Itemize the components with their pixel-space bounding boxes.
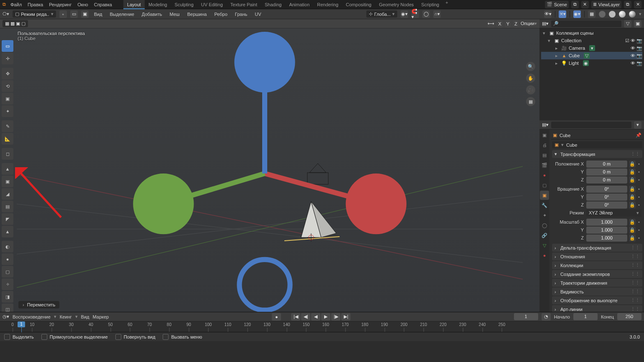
start-frame[interactable]: 1 bbox=[573, 313, 598, 320]
lock-icon[interactable]: 🔒 bbox=[629, 168, 636, 176]
properties-options-button[interactable]: ▾ bbox=[634, 121, 641, 129]
tab-sculpting[interactable]: Sculpting bbox=[171, 0, 197, 9]
play-button[interactable]: ▶ bbox=[321, 313, 330, 321]
menu-render[interactable]: Рендеринг bbox=[46, 0, 74, 9]
scale-y-value[interactable]: 1.000 bbox=[586, 227, 627, 234]
mirror-x[interactable]: X bbox=[496, 20, 503, 28]
tab-object[interactable]: ▣ bbox=[540, 191, 549, 200]
panel-menu-icon[interactable]: ⋮⋮ bbox=[631, 298, 640, 303]
lock-icon[interactable]: 🔒 bbox=[629, 161, 636, 168]
menu-marker[interactable]: Маркер bbox=[92, 314, 109, 319]
lock-icon[interactable]: 🔒 bbox=[629, 201, 636, 209]
current-frame[interactable]: 1 bbox=[514, 313, 538, 320]
eye-icon[interactable]: 👁 bbox=[631, 38, 635, 43]
tab-world[interactable]: ● bbox=[540, 171, 549, 180]
keyframe-dot[interactable]: • bbox=[638, 227, 641, 232]
zoom-button[interactable]: 🔍 bbox=[526, 62, 535, 71]
panel-viewport-display[interactable]: ›Отображение во вьюпорте⋮⋮ bbox=[552, 296, 642, 304]
select-edge-button[interactable]: ▭ bbox=[70, 10, 78, 18]
tab-output[interactable]: 🖨 bbox=[540, 140, 549, 150]
transform-header[interactable]: ▾ Трансформация ⋮⋮ bbox=[552, 150, 642, 158]
timeline-ruler[interactable]: 1 01020304050607080901001101201301401501… bbox=[0, 321, 644, 332]
scene-collection-row[interactable]: ▾ ▣ Коллекция сцены bbox=[541, 29, 642, 37]
viewlayer-new-button[interactable]: ⧉ bbox=[624, 1, 631, 8]
keyframe-dot[interactable]: • bbox=[638, 161, 641, 166]
lock-icon[interactable]: 🔒 bbox=[629, 194, 636, 201]
end-frame[interactable]: 250 bbox=[617, 313, 641, 320]
menu-vertex[interactable]: Вершина bbox=[185, 12, 209, 17]
rot-z-value[interactable]: 0° bbox=[586, 201, 627, 209]
rot-y-value[interactable]: 0° bbox=[586, 194, 627, 201]
viewport-3d[interactable]: ▭ ✛ ✥ ⟲ ▣ ✦ ✎ 📐 ◻ ▲ ▣ ◢ ▤ ◤ ▲ ◐ ● ▢ ✧ ◨ bbox=[0, 28, 539, 312]
panel-delta-transform[interactable]: ›Дельта-трансформация⋮⋮ bbox=[552, 244, 642, 252]
options-dropdown[interactable]: Опции▾ bbox=[521, 21, 537, 26]
pan-button[interactable]: ✋ bbox=[526, 74, 535, 83]
loc-x-value[interactable]: 0 m bbox=[586, 161, 627, 168]
gizmo-toggle[interactable]: ⤧▾ bbox=[559, 10, 566, 18]
snap-button[interactable]: 🧲▾ bbox=[411, 10, 419, 18]
panel-menu-icon[interactable]: ⋮⋮ bbox=[631, 245, 640, 250]
outliner-filter-button[interactable]: ▽ bbox=[624, 20, 631, 28]
eye-icon[interactable]: 👁 bbox=[631, 46, 635, 51]
mirror-button[interactable]: ⟷ bbox=[487, 20, 495, 28]
scale-z-value[interactable]: 1.000 bbox=[586, 235, 627, 242]
tab-constraints[interactable]: 🔗 bbox=[540, 231, 549, 240]
menu-uv[interactable]: UV bbox=[253, 12, 263, 17]
add-workspace-button[interactable]: + bbox=[443, 0, 450, 9]
falloff-button[interactable]: ∩▾ bbox=[433, 10, 441, 18]
menu-keying[interactable]: Кеинг bbox=[60, 314, 72, 319]
object-name-field[interactable]: ▣ ▾ Cube bbox=[552, 141, 642, 148]
menu-add[interactable]: Добавить bbox=[140, 12, 164, 17]
panel-lineart[interactable]: ›Арт-линии⋮⋮ bbox=[552, 305, 642, 312]
tab-layout[interactable]: Layout bbox=[123, 0, 145, 9]
scale-x-value[interactable]: 1.000 bbox=[586, 219, 627, 226]
panel-menu-icon[interactable]: ⋮⋮ bbox=[631, 254, 640, 259]
lock-icon[interactable]: 🔒 bbox=[629, 176, 636, 184]
menu-select[interactable]: Выделение bbox=[108, 12, 136, 17]
scene-selector[interactable]: 🎬 Scene bbox=[545, 1, 569, 8]
autokey-button[interactable]: ● bbox=[272, 313, 281, 321]
tab-modifiers[interactable]: 🔧 bbox=[540, 201, 549, 210]
visibility-button[interactable]: 👁▾ bbox=[544, 10, 552, 18]
lock-icon[interactable]: 🔒 bbox=[629, 219, 636, 226]
menu-mesh[interactable]: Меш bbox=[167, 12, 181, 17]
panel-menu-icon[interactable]: ⋮⋮ bbox=[631, 280, 640, 286]
play-reverse-button[interactable]: ◀ bbox=[311, 313, 320, 321]
camera-view-button[interactable]: 🎥 bbox=[526, 85, 535, 94]
scene-browse-button[interactable]: ⧉ bbox=[571, 1, 579, 8]
keyframe-dot[interactable]: • bbox=[638, 202, 641, 207]
viewlayer-remove-button[interactable]: ✕ bbox=[634, 1, 641, 8]
outliner[interactable]: ▾ ▣ Коллекция сцены ▾ ▣ Collection ☑ 👁 📷… bbox=[539, 28, 644, 120]
select-vertex-button[interactable]: ▫ bbox=[59, 10, 67, 18]
panel-menu-icon[interactable]: ⋮⋮ bbox=[631, 271, 640, 277]
select-mode-buttons[interactable]: ▦ ▩ ▣ ▢ bbox=[3, 20, 28, 27]
outliner-search[interactable]: 🔎 bbox=[551, 20, 621, 27]
outliner-new-collection-button[interactable]: ▣ bbox=[634, 20, 641, 28]
menu-face[interactable]: Грань bbox=[233, 12, 249, 17]
properties-search[interactable] bbox=[551, 122, 631, 128]
tab-animation[interactable]: Animation bbox=[285, 0, 313, 9]
menu-playback[interactable]: Воспроизведение bbox=[13, 314, 51, 319]
render-icon[interactable]: 📷 bbox=[636, 46, 642, 51]
tab-modeling[interactable]: Modeling bbox=[145, 0, 171, 9]
scene-new-button[interactable]: ✕ bbox=[581, 1, 589, 8]
mode-selector[interactable]: ▢ Режим реда..▾ bbox=[13, 10, 56, 18]
tab-mesh[interactable]: ▽ bbox=[540, 241, 549, 250]
select-face-button[interactable]: ▣ bbox=[81, 10, 89, 18]
jump-end-button[interactable]: ▶| bbox=[341, 313, 350, 321]
shading-dropdown-icon[interactable]: ▾ bbox=[639, 11, 641, 17]
tab-collection-props[interactable]: ▢ bbox=[540, 181, 549, 190]
keyframe-dot[interactable]: • bbox=[638, 169, 641, 174]
menu-edit[interactable]: Правка bbox=[25, 0, 46, 9]
jump-start-button[interactable]: |◀ bbox=[291, 313, 300, 321]
lock-icon[interactable]: 🔒 bbox=[629, 186, 636, 193]
loc-y-value[interactable]: 0 m bbox=[586, 168, 627, 176]
playhead[interactable]: 1 bbox=[18, 321, 25, 327]
prev-key-button[interactable]: ◀| bbox=[301, 313, 310, 321]
rotation-mode-selector[interactable]: XYZ Эйлер▾ bbox=[586, 209, 641, 217]
keyframe-dot[interactable]: • bbox=[638, 194, 641, 199]
panel-collections[interactable]: ›Коллекции⋮⋮ bbox=[552, 261, 642, 269]
outliner-editor-icon[interactable]: ▤▾ bbox=[542, 21, 549, 26]
outliner-item-cube[interactable]: ▸ ▲ Cube ▽ 👁📷 bbox=[541, 52, 642, 59]
rot-x-value[interactable]: 0° bbox=[586, 186, 627, 193]
